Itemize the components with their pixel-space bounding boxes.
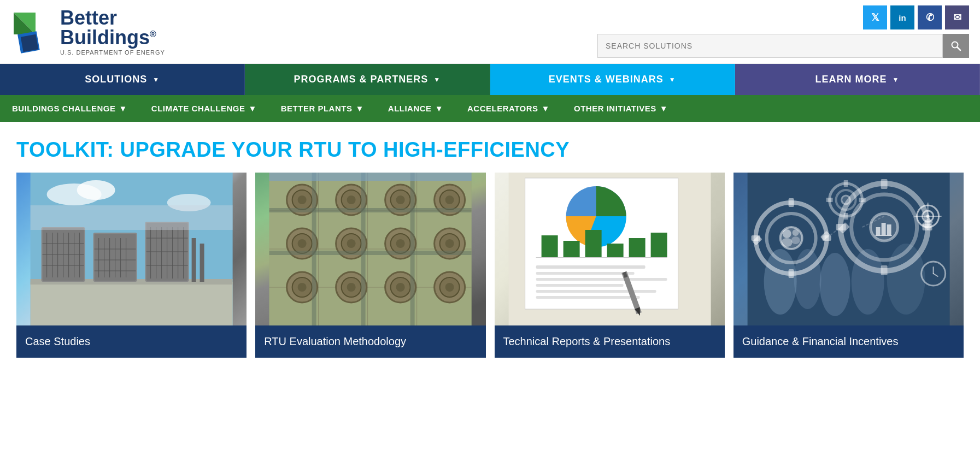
svg-point-160 bbox=[781, 238, 792, 247]
card-technical-reports-label: Technical Reports & Presentations bbox=[495, 325, 725, 358]
svg-rect-110 bbox=[536, 265, 645, 269]
svg-rect-103 bbox=[536, 257, 667, 258]
card-rtu-evaluation-image bbox=[255, 173, 485, 325]
logo-area: Better Buildings® U.S. DEPARTMENT OF ENE… bbox=[11, 8, 165, 56]
svg-rect-148 bbox=[859, 198, 865, 202]
buildings-challenge-arrow-icon: ▼ bbox=[119, 104, 127, 113]
svg-point-69 bbox=[445, 196, 454, 204]
logo-doe: U.S. DEPARTMENT OF ENERGY bbox=[60, 49, 165, 56]
svg-rect-109 bbox=[650, 233, 667, 257]
logo-text: Better Buildings® U.S. DEPARTMENT OF ENE… bbox=[60, 8, 165, 56]
subnav-climate-challenge[interactable]: CLIMATE CHALLENGE ▼ bbox=[139, 95, 269, 122]
card-technical-reports[interactable]: Technical Reports & Presentations bbox=[495, 173, 725, 358]
phone-icon[interactable]: ✆ bbox=[918, 5, 942, 29]
svg-rect-138 bbox=[881, 265, 887, 275]
svg-point-60 bbox=[298, 196, 307, 204]
programs-arrow-icon: ▼ bbox=[433, 76, 441, 84]
nav-events[interactable]: EVENTS & WEBINARS ▼ bbox=[490, 64, 735, 95]
events-arrow-icon: ▼ bbox=[669, 76, 676, 84]
svg-rect-49 bbox=[31, 205, 233, 230]
other-initiatives-arrow-icon: ▼ bbox=[660, 104, 668, 113]
svg-rect-114 bbox=[536, 290, 656, 293]
twitter-icon[interactable]: 𝕏 bbox=[863, 5, 887, 29]
guidance-illustration bbox=[733, 173, 964, 325]
svg-rect-108 bbox=[629, 238, 645, 257]
search-input[interactable] bbox=[597, 34, 943, 58]
svg-rect-111 bbox=[536, 272, 634, 275]
nav-programs[interactable]: PROGRAMS & PARTNERS ▼ bbox=[245, 64, 490, 95]
card-case-studies-image bbox=[16, 173, 247, 325]
climate-challenge-arrow-icon: ▼ bbox=[248, 104, 256, 113]
accelerators-arrow-icon: ▼ bbox=[542, 104, 550, 113]
main-nav: SOLUTIONS ▼ PROGRAMS & PARTNERS ▼ EVENTS… bbox=[0, 64, 980, 95]
svg-point-93 bbox=[445, 283, 454, 292]
learn-arrow-icon: ▼ bbox=[892, 76, 899, 84]
nav-solutions[interactable]: SOLUTIONS ▼ bbox=[0, 64, 245, 95]
svg-rect-96 bbox=[312, 173, 316, 325]
svg-rect-10 bbox=[31, 282, 233, 325]
card-case-studies[interactable]: Case Studies bbox=[16, 173, 247, 358]
svg-rect-137 bbox=[881, 179, 887, 189]
svg-line-5 bbox=[957, 47, 960, 50]
svg-rect-151 bbox=[881, 223, 885, 235]
svg-point-66 bbox=[396, 196, 405, 204]
subnav-other-initiatives[interactable]: OTHER INITIATIVES ▼ bbox=[562, 95, 680, 122]
svg-rect-97 bbox=[361, 173, 366, 325]
card-case-studies-label: Case Studies bbox=[16, 325, 247, 358]
card-rtu-evaluation[interactable]: RTU Evaluation Methodology bbox=[255, 173, 485, 358]
svg-rect-128 bbox=[788, 198, 794, 207]
svg-rect-105 bbox=[563, 241, 579, 257]
svg-point-72 bbox=[298, 239, 307, 248]
svg-point-159 bbox=[782, 229, 791, 238]
svg-point-81 bbox=[445, 239, 454, 248]
header-right: 𝕏 in ✆ ✉ bbox=[597, 5, 969, 58]
svg-rect-115 bbox=[536, 296, 639, 299]
search-button[interactable] bbox=[943, 34, 969, 58]
case-studies-illustration bbox=[16, 173, 247, 325]
page-title: TOOLKIT: UPGRADE YOUR RTU TO HIGH-EFFICI… bbox=[16, 138, 964, 162]
svg-rect-112 bbox=[536, 278, 667, 281]
svg-rect-95 bbox=[269, 251, 472, 255]
nav-learn[interactable]: LEARN MORE ▼ bbox=[735, 64, 980, 95]
technical-reports-illustration bbox=[495, 173, 725, 325]
search-icon bbox=[950, 40, 961, 51]
svg-rect-99 bbox=[269, 173, 472, 181]
email-icon[interactable]: ✉ bbox=[945, 5, 969, 29]
svg-point-90 bbox=[396, 283, 405, 292]
linkedin-icon[interactable]: in bbox=[890, 5, 914, 29]
svg-rect-106 bbox=[585, 230, 601, 257]
svg-rect-150 bbox=[876, 227, 880, 235]
svg-rect-129 bbox=[788, 269, 794, 278]
card-rtu-evaluation-label: RTU Evaluation Methodology bbox=[255, 325, 485, 358]
card-technical-reports-image bbox=[495, 173, 725, 325]
search-bar bbox=[597, 34, 969, 58]
svg-rect-149 bbox=[826, 198, 832, 202]
subnav-accelerators[interactable]: ACCELERATORS ▼ bbox=[455, 95, 562, 122]
svg-rect-107 bbox=[607, 244, 623, 257]
card-guidance-label: Guidance & Financial Incentives bbox=[733, 325, 964, 358]
svg-point-78 bbox=[396, 239, 405, 248]
card-guidance[interactable]: Guidance & Financial Incentives bbox=[733, 173, 964, 358]
social-icons: 𝕏 in ✆ ✉ bbox=[863, 5, 969, 29]
cards-grid: Case Studies bbox=[0, 173, 980, 374]
svg-rect-48 bbox=[200, 244, 204, 282]
svg-point-84 bbox=[298, 283, 307, 292]
svg-rect-152 bbox=[887, 224, 891, 235]
svg-point-75 bbox=[347, 239, 356, 248]
svg-rect-98 bbox=[410, 173, 415, 325]
card-guidance-image bbox=[733, 173, 964, 325]
rtu-illustration bbox=[255, 173, 485, 325]
svg-point-145 bbox=[841, 196, 850, 204]
svg-rect-113 bbox=[536, 284, 623, 287]
page-title-area: TOOLKIT: UPGRADE YOUR RTU TO HIGH-EFFICI… bbox=[0, 122, 980, 173]
svg-rect-3 bbox=[21, 34, 38, 52]
logo-icon bbox=[11, 10, 55, 54]
better-plants-arrow-icon: ▼ bbox=[355, 104, 363, 113]
logo-buildings: Buildings® bbox=[60, 28, 165, 48]
svg-point-87 bbox=[347, 283, 356, 292]
subnav-alliance[interactable]: ALLIANCE ▼ bbox=[376, 95, 455, 122]
solutions-arrow-icon: ▼ bbox=[152, 76, 160, 84]
svg-point-162 bbox=[791, 236, 800, 244]
subnav-better-plants[interactable]: BETTER PLANTS ▼ bbox=[269, 95, 376, 122]
subnav-buildings-challenge[interactable]: BUILDINGS CHALLENGE ▼ bbox=[0, 95, 139, 122]
